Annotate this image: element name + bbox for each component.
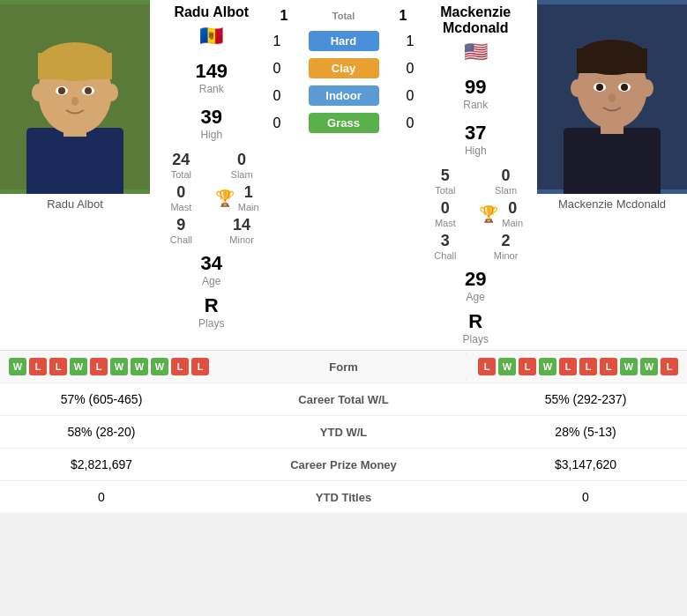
svg-rect-14: [564, 128, 661, 194]
right-minor-stat: 2 Minor: [479, 232, 533, 261]
form-badge-w: W: [70, 358, 87, 375]
form-badge-w: W: [498, 358, 516, 375]
hard-right-score: 1: [407, 33, 414, 49]
clay-button[interactable]: Clay: [309, 58, 379, 78]
svg-point-23: [609, 93, 616, 102]
clay-left-score: 0: [273, 61, 281, 77]
svg-point-11: [32, 84, 44, 101]
svg-point-25: [641, 79, 653, 97]
grass-button[interactable]: Grass: [309, 113, 379, 133]
right-chall-label: Chall: [434, 250, 456, 261]
indoor-right-score: 0: [407, 88, 414, 104]
career-total-label: Career Total W/L: [190, 393, 497, 406]
left-slam-value: 0: [237, 151, 246, 169]
total-row: 1 Total 1: [273, 8, 414, 24]
svg-point-24: [571, 79, 583, 97]
svg-rect-18: [577, 48, 647, 73]
right-slam-label: Slam: [495, 185, 517, 196]
left-mast-label: Mast: [170, 202, 191, 212]
svg-point-9: [85, 87, 92, 94]
right-slam-value: 0: [502, 167, 511, 185]
left-total-score: 1: [273, 8, 295, 24]
left-minor-stat: 14 Minor: [215, 216, 269, 245]
right-player-area: Mackenzie Mcdonald: [537, 0, 687, 214]
right-main-value: 0: [508, 199, 517, 218]
form-badge-l: L: [559, 358, 577, 375]
left-mast-value: 0: [176, 183, 185, 202]
hard-button[interactable]: Hard: [309, 31, 379, 51]
left-minor-label: Minor: [229, 234, 254, 245]
stats-rows: 57% (605-465) Career Total W/L 55% (292-…: [0, 382, 687, 514]
left-form-badges: WLLWLWWWLL: [9, 358, 209, 375]
titles-row: 0 YTD Titles 0: [0, 481, 687, 514]
hard-left-score: 1: [273, 33, 281, 49]
left-chall-label: Chall: [170, 234, 192, 245]
form-badge-w: W: [640, 358, 658, 375]
right-mast-label: Mast: [435, 218, 456, 228]
right-main-stat-with-trophy: 🏆 0 Main: [479, 199, 533, 228]
left-main-value: 1: [244, 183, 253, 202]
left-player-area: Radu Albot: [0, 0, 150, 214]
left-rank-label: Rank: [154, 83, 269, 95]
left-player-name-below: Radu Albot: [47, 194, 103, 214]
right-mast-stat: 0 Mast: [419, 199, 473, 228]
left-chall-stat: 9 Chall: [154, 216, 208, 245]
svg-point-12: [106, 84, 118, 101]
form-badge-w: W: [9, 358, 26, 375]
right-trophy-icon: 🏆: [479, 204, 498, 224]
clay-right-score: 0: [407, 61, 414, 77]
indoor-button[interactable]: Indoor: [309, 85, 379, 106]
right-prize: $3,147,620: [497, 457, 674, 471]
main-container: Radu Albot Radu Albot 🇲🇩 149 Rank 39 Hig…: [0, 0, 687, 514]
form-badge-l: L: [171, 358, 189, 375]
right-form-badges: LWLWLLLWWL: [478, 358, 678, 375]
indoor-row: 0 Indoor 0: [273, 85, 414, 106]
titles-label: YTD Titles: [190, 491, 497, 504]
form-badge-w: W: [151, 358, 168, 375]
form-badge-l: L: [49, 358, 67, 375]
left-slam-label: Slam: [231, 169, 253, 180]
left-slam-stat: 0 Slam: [215, 151, 269, 180]
left-rank-value: 149: [154, 60, 269, 83]
form-section: WLLWLWWWLL Form LWLWLLLWWL: [0, 350, 687, 382]
left-age-value: 34: [154, 252, 269, 275]
left-player-name: Radu Albot: [174, 4, 249, 20]
total-center-label: Total: [295, 11, 392, 21]
left-chall-value: 9: [176, 216, 185, 234]
svg-point-10: [71, 97, 78, 106]
left-total-value: 24: [172, 151, 190, 169]
right-total-stat: 5 Total: [419, 167, 473, 196]
right-main-label: Main: [502, 218, 523, 228]
right-rank-label: Rank: [419, 99, 534, 111]
grass-left-score: 0: [273, 115, 281, 131]
form-badge-w: W: [539, 358, 556, 375]
left-plays-label: Plays: [154, 317, 269, 330]
left-stats-grid: 24 Total 0 Slam 0 Mast 🏆 1 Main: [154, 151, 269, 245]
right-plays-label: Plays: [419, 333, 534, 345]
right-slam-stat: 0 Slam: [479, 167, 533, 196]
ytd-row: 58% (28-20) YTD W/L 28% (5-13): [0, 416, 687, 449]
left-high-label: High: [154, 129, 269, 141]
left-main-stat-with-trophy: 🏆 1 Main: [215, 183, 269, 212]
right-plays-value: R: [419, 310, 534, 333]
hard-row: 1 Hard 1: [273, 31, 414, 51]
right-player-name-below: Mackenzie Mcdonald: [558, 194, 666, 214]
right-player-name: Mackenzie Mcdonald: [419, 4, 534, 36]
svg-rect-5: [38, 53, 112, 79]
prize-label: Career Prize Money: [190, 458, 497, 471]
left-titles: 0: [13, 490, 190, 504]
right-titles: 0: [497, 490, 674, 504]
left-minor-value: 14: [233, 216, 250, 234]
right-mast-value: 0: [441, 199, 450, 218]
left-main-label: Main: [238, 202, 259, 212]
center-column: 1 Total 1 1 Hard 1 0 Clay 0 0 Indoor 0: [273, 0, 414, 141]
form-badge-w: W: [620, 358, 638, 375]
right-total-label: Total: [435, 185, 455, 196]
svg-rect-1: [26, 128, 123, 194]
form-badge-l: L: [579, 358, 597, 375]
left-stats-panel: Radu Albot 🇲🇩 149 Rank 39 High 24 Total …: [150, 0, 273, 334]
left-mast-stat: 0 Mast: [154, 183, 208, 212]
indoor-left-score: 0: [273, 88, 281, 104]
right-high-value: 37: [419, 122, 534, 145]
svg-point-8: [58, 87, 65, 94]
